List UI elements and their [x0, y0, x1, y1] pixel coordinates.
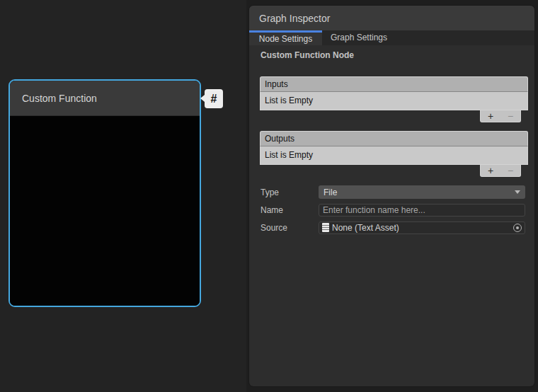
outputs-add-button[interactable]: + [481, 165, 500, 176]
text-asset-icon [322, 223, 329, 232]
type-dropdown[interactable]: File [319, 185, 525, 199]
chevron-down-icon [515, 190, 520, 194]
graph-inspector-panel: Graph Inspector Node Settings Graph Sett… [249, 6, 534, 386]
node-title-bar: Custom Function [10, 81, 200, 116]
source-object-field[interactable]: None (Text Asset) [319, 221, 525, 234]
inputs-list: Inputs List is Empty + − [260, 76, 528, 122]
tab-node-settings[interactable]: Node Settings [249, 30, 322, 45]
node-preview [10, 116, 200, 306]
name-input[interactable] [319, 204, 525, 217]
badge-tail-icon [200, 95, 205, 102]
source-object-value: None (Text Asset) [332, 223, 399, 233]
node-settings-heading: Custom Function Node [261, 50, 534, 60]
graph-canvas[interactable]: Custom Function # [0, 0, 246, 392]
outputs-list-header: Outputs [260, 131, 528, 146]
type-label: Type [261, 188, 319, 197]
panel-title: Graph Inspector [259, 13, 330, 24]
tab-graph-settings[interactable]: Graph Settings [322, 30, 396, 45]
type-row: Type File [261, 185, 525, 199]
inspector-tabs: Node Settings Graph Settings [249, 30, 534, 45]
source-label: Source [261, 223, 319, 233]
hash-badge-button[interactable]: # [205, 89, 223, 108]
outputs-list-footer: + − [480, 165, 521, 177]
custom-function-node[interactable]: Custom Function [8, 79, 201, 307]
inputs-remove-button[interactable]: − [500, 110, 520, 122]
node-title: Custom Function [22, 93, 97, 104]
outputs-remove-button[interactable]: − [500, 165, 520, 176]
inputs-list-footer: + − [480, 110, 521, 122]
name-row: Name [261, 203, 525, 217]
name-label: Name [261, 205, 319, 215]
inputs-list-empty-row: List is Empty [260, 92, 528, 110]
source-row: Source None (Text Asset) [261, 221, 525, 234]
outputs-list-empty-row: List is Empty [260, 146, 528, 165]
outputs-list: Outputs List is Empty + − [260, 131, 528, 177]
type-dropdown-value: File [324, 188, 337, 197]
inputs-add-button[interactable]: + [481, 110, 500, 122]
inputs-list-header: Inputs [260, 76, 528, 92]
hash-badge-label: # [211, 93, 217, 105]
panel-header[interactable]: Graph Inspector [249, 6, 534, 30]
object-picker-icon[interactable] [513, 224, 522, 232]
